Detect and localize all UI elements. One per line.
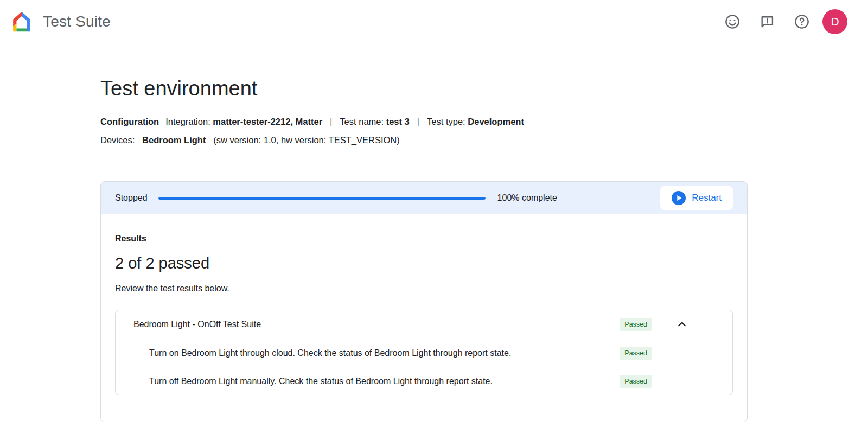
table-row-test[interactable]: Turn on Bedroom Light through cloud. Che… — [116, 339, 732, 367]
results-subtitle: Review the test results below. — [115, 284, 733, 293]
integration-label: Integration: — [165, 117, 210, 127]
results-table: Bedroom Light - OnOff Test Suite Passed … — [115, 310, 733, 395]
test-name-value: test 3 — [386, 117, 410, 127]
feedback-icon[interactable] — [760, 14, 775, 29]
percent-complete-label: 100% complete — [497, 193, 557, 203]
top-app-bar: Test Suite D — [0, 0, 868, 43]
progress-band: Stopped 100% complete Restart — [101, 182, 747, 214]
devices-label: Devices: — [100, 135, 135, 145]
configuration-heading: Configuration — [100, 117, 159, 127]
test-row-label: Turn off Bedroom Light manually. Check t… — [149, 376, 620, 386]
results-heading: Results — [115, 234, 733, 244]
devices-detail: (sw version: 1.0, hw version: TEST_VERSI… — [213, 135, 400, 145]
test-run-card: Stopped 100% complete Restart Results 2 … — [100, 181, 748, 422]
play-icon — [672, 191, 686, 205]
separator: | — [330, 117, 332, 127]
status-badge: Passed — [620, 318, 652, 331]
table-row-test[interactable]: Turn off Bedroom Light manually. Check t… — [116, 367, 732, 395]
results-section: Results 2 of 2 passed Review the test re… — [101, 214, 747, 422]
suite-row-label: Bedroom Light - OnOff Test Suite — [133, 320, 620, 329]
progress-fill — [158, 197, 486, 200]
progress-bar — [158, 197, 486, 200]
test-row-label: Turn on Bedroom Light through cloud. Che… — [149, 348, 620, 358]
app-title: Test Suite — [43, 13, 111, 30]
integration-value: matter-tester-2212, Matter — [213, 117, 322, 127]
results-summary: 2 of 2 passed — [115, 254, 733, 272]
configuration-line: Configuration Integration: matter-tester… — [100, 117, 868, 127]
devices-value: Bedroom Light — [142, 135, 206, 145]
smiley-icon[interactable] — [725, 14, 740, 29]
test-type-label: Test type: — [427, 117, 465, 127]
restart-button-label: Restart — [692, 193, 722, 203]
main-content: Test environment Configuration Integrati… — [0, 77, 868, 422]
test-type-value: Development — [468, 117, 524, 127]
table-row-suite[interactable]: Bedroom Light - OnOff Test Suite Passed — [116, 310, 732, 339]
help-icon[interactable] — [794, 14, 809, 29]
devices-line: Devices: Bedroom Light (sw version: 1.0,… — [100, 135, 868, 145]
separator: | — [417, 117, 419, 127]
status-badge: Passed — [620, 347, 652, 360]
google-home-logo-icon — [9, 9, 34, 34]
test-name-label: Test name: — [340, 117, 384, 127]
page-title: Test environment — [100, 77, 868, 100]
avatar-letter: D — [831, 15, 839, 28]
status-badge: Passed — [620, 375, 652, 388]
topbar-actions: D — [725, 9, 847, 34]
avatar[interactable]: D — [822, 9, 847, 34]
restart-button[interactable]: Restart — [660, 186, 733, 210]
chevron-up-icon[interactable] — [675, 317, 689, 331]
run-status-label: Stopped — [115, 193, 148, 203]
